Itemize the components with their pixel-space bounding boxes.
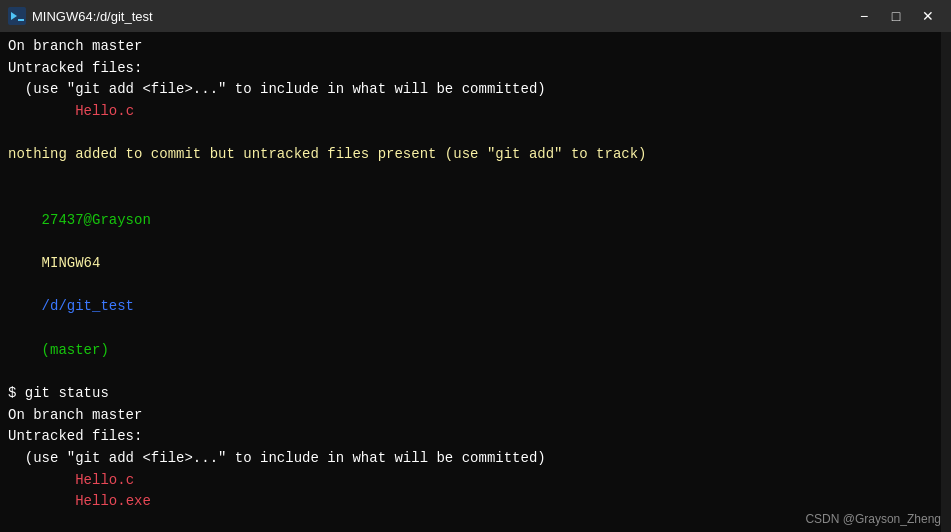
terminal-icon [8, 7, 26, 25]
terminal[interactable]: On branch master Untracked files: (use "… [0, 32, 951, 532]
terminal-line: (use "git add <file>..." to include in w… [8, 79, 943, 101]
svg-rect-2 [18, 19, 24, 21]
maximize-button[interactable]: □ [881, 3, 911, 29]
prompt-user: 27437@Grayson [42, 212, 151, 228]
window-title: MINGW64:/d/git_test [32, 9, 153, 24]
terminal-line: Hello.c [8, 470, 943, 492]
prompt-space [42, 233, 50, 249]
prompt-branch: (master) [42, 342, 109, 358]
terminal-line: Untracked files: [8, 426, 943, 448]
prompt-host: MINGW64 [42, 255, 101, 271]
terminal-command: $ git status [8, 383, 943, 405]
prompt-path: /d/git_test [42, 298, 134, 314]
prompt-space3 [42, 320, 50, 336]
terminal-line [8, 166, 943, 188]
close-button[interactable]: ✕ [913, 3, 943, 29]
watermark: CSDN @Grayson_Zheng [805, 512, 941, 526]
terminal-line: On branch master [8, 405, 943, 427]
terminal-prompt: 27437@Grayson MINGW64 /d/git_test (maste… [8, 188, 943, 383]
minimize-button[interactable]: − [849, 3, 879, 29]
title-bar: MINGW64:/d/git_test − □ ✕ [0, 0, 951, 32]
terminal-line: Untracked files: [8, 58, 943, 80]
terminal-line [8, 513, 943, 532]
scrollbar[interactable] [941, 32, 951, 532]
terminal-line: Hello.exe [8, 491, 943, 513]
terminal-line: Hello.c [8, 101, 943, 123]
terminal-line [8, 123, 943, 145]
terminal-line: (use "git add <file>..." to include in w… [8, 448, 943, 470]
terminal-line: nothing added to commit but untracked fi… [8, 144, 943, 166]
prompt-space2 [42, 277, 50, 293]
terminal-line: On branch master [8, 36, 943, 58]
